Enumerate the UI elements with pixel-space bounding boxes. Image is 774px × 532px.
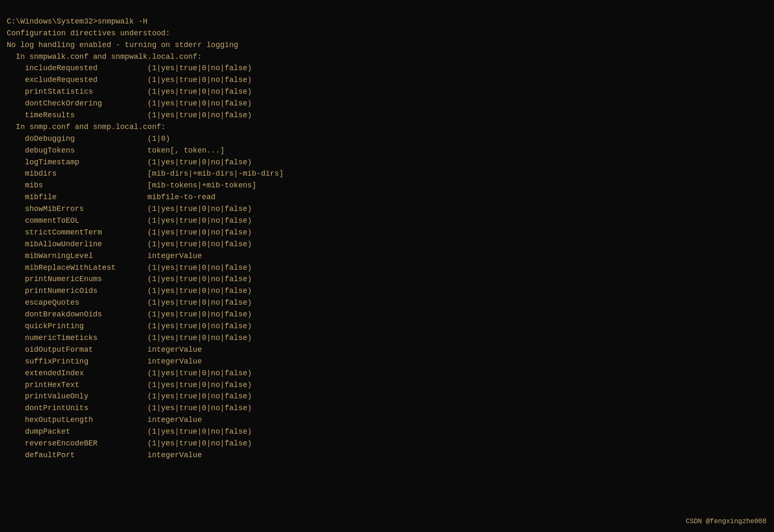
terminal-line: dontPrintUnits (1|yes|true|0|no|false)	[7, 403, 767, 414]
terminal-line: escapeQuotes (1|yes|true|0|no|false)	[7, 297, 767, 309]
terminal-line: mibReplaceWithLatest (1|yes|true|0|no|fa…	[7, 262, 767, 274]
terminal-line: printStatistics (1|yes|true|0|no|false)	[7, 86, 767, 98]
terminal-line: showMibErrors (1|yes|true|0|no|false)	[7, 203, 767, 215]
terminal-line: logTimestamp (1|yes|true|0|no|false)	[7, 157, 767, 169]
terminal-line: mibdirs [mib-dirs|+mib-dirs|-mib-dirs]	[7, 168, 767, 180]
terminal-line: In snmp.conf and snmp.local.conf:	[7, 121, 767, 133]
watermark: CSDN @fengxingzhe008	[686, 516, 766, 527]
terminal-line: oidOutputFormat integerValue	[7, 344, 767, 356]
terminal-line: dontBreakdownOids (1|yes|true|0|no|false…	[7, 309, 767, 321]
terminal-line: commentToEOL (1|yes|true|0|no|false)	[7, 215, 767, 227]
terminal-line: debugTokens token[, token...]	[7, 145, 767, 157]
terminal-output: C:\Windows\System32>snmpwalk -HConfigura…	[7, 4, 767, 461]
terminal-line: Configuration directives understood:	[7, 28, 767, 40]
terminal-line: mibs [mib-tokens|+mib-tokens]	[7, 180, 767, 192]
terminal-line: extendedIndex (1|yes|true|0|no|false)	[7, 368, 767, 379]
terminal-line: strictCommentTerm (1|yes|true|0|no|false…	[7, 227, 767, 239]
terminal-line: In snmpwalk.conf and snmpwalk.local.conf…	[7, 51, 767, 63]
terminal-line: mibWarningLevel integerValue	[7, 250, 767, 262]
terminal-line: printValueOnly (1|yes|true|0|no|false)	[7, 391, 767, 403]
terminal-line: suffixPrinting integerValue	[7, 356, 767, 368]
terminal-line: doDebugging (1|0)	[7, 133, 767, 145]
terminal-line: printHexText (1|yes|true|0|no|false)	[7, 379, 767, 391]
terminal-line: dumpPacket (1|yes|true|0|no|false)	[7, 426, 767, 438]
terminal-line: hexOutputLength integerValue	[7, 414, 767, 426]
terminal-line: excludeRequested (1|yes|true|0|no|false)	[7, 74, 767, 86]
terminal-line: reverseEncodeBER (1|yes|true|0|no|false)	[7, 438, 767, 450]
terminal-line: C:\Windows\System32>snmpwalk -H	[7, 16, 767, 28]
terminal-line: dontCheckOrdering (1|yes|true|0|no|false…	[7, 98, 767, 110]
terminal-line: printNumericOids (1|yes|true|0|no|false)	[7, 285, 767, 297]
terminal-line: timeResults (1|yes|true|0|no|false)	[7, 110, 767, 121]
terminal-line: numericTimeticks (1|yes|true|0|no|false)	[7, 332, 767, 344]
terminal-line: printNumericEnums (1|yes|true|0|no|false…	[7, 274, 767, 285]
terminal-line: includeRequested (1|yes|true|0|no|false)	[7, 63, 767, 74]
terminal-line: mibfile mibfile-to-read	[7, 192, 767, 203]
terminal-line: quickPrinting (1|yes|true|0|no|false)	[7, 321, 767, 332]
terminal-line: defaultPort integerValue	[7, 450, 767, 461]
terminal-line: mibAllowUnderline (1|yes|true|0|no|false…	[7, 239, 767, 250]
terminal-line: No log handling enabled - turning on std…	[7, 40, 767, 51]
